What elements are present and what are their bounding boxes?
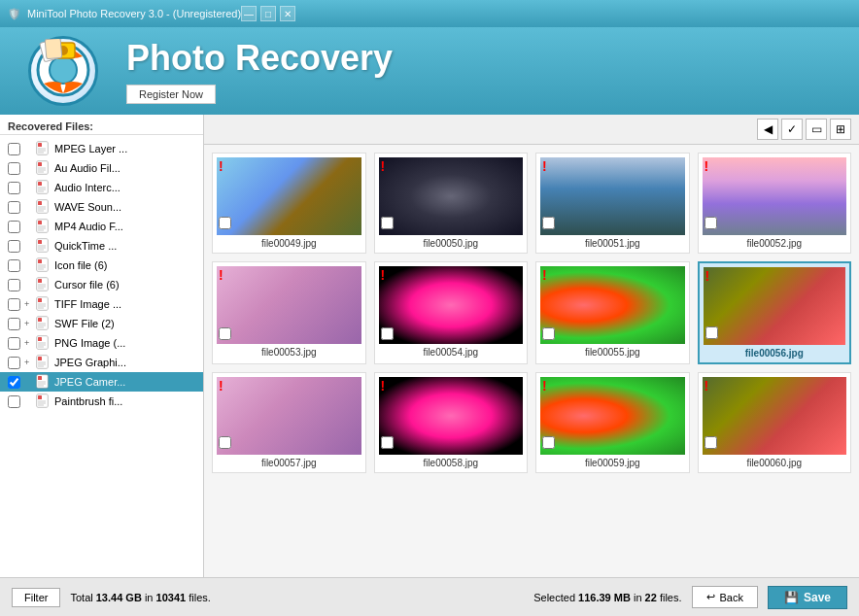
thumbnail-file00058[interactable]: !file00058.jpg — [374, 372, 529, 473]
status-text: Total 13.44 GB in 10341 files. — [70, 592, 524, 603]
file-type-icon-jpeg-graphi — [36, 355, 52, 370]
app-title: Photo Recovery — [126, 38, 840, 79]
thumbnail-label-file00055: file00055.jpg — [540, 347, 685, 358]
thumbnail-checkbox-file00053[interactable] — [219, 327, 231, 340]
files-label: files. — [189, 592, 211, 603]
expand-icon-tiff-image[interactable]: + — [24, 299, 36, 309]
thumbnail-file00052[interactable]: !file00052.jpg — [698, 153, 852, 254]
filter-button[interactable]: Filter — [12, 588, 60, 607]
expand-icon-swf-file[interactable]: + — [24, 319, 36, 328]
sidebar-item-swf-file[interactable]: + SWF File (2) — [0, 314, 203, 333]
expand-icon-png-image[interactable]: + — [24, 338, 36, 348]
thumbnail-image-file00059 — [540, 377, 685, 455]
thumbnail-checkbox-file00059[interactable] — [542, 436, 555, 449]
sidebar-item-checkbox-jpeg-graphi[interactable] — [8, 357, 20, 369]
close-button[interactable]: ✕ — [280, 6, 295, 21]
thumbnail-file00054[interactable]: !file00054.jpg — [374, 261, 529, 364]
sidebar-item-checkbox-icon-file[interactable] — [8, 259, 20, 272]
sidebar-item-label-quicktime: QuickTime ... — [54, 240, 117, 252]
thumbnail-file00049[interactable]: !file00049.jpg — [212, 153, 366, 254]
sidebar-item-icon-file[interactable]: Icon file (6) — [0, 256, 203, 275]
sidebar-item-checkbox-mp4-audio[interactable] — [8, 221, 20, 233]
sidebar-item-label-wave: WAVE Soun... — [54, 201, 121, 213]
error-badge-file00057: ! — [219, 379, 223, 393]
sidebar-item-wave[interactable]: WAVE Soun... — [0, 197, 203, 217]
error-badge-file00051: ! — [542, 159, 547, 173]
thumbnail-file00059[interactable]: !file00059.jpg — [535, 372, 690, 473]
back-view-button[interactable]: ◀ — [757, 119, 778, 140]
sidebar-item-checkbox-png-image[interactable] — [8, 337, 20, 350]
sidebar-item-quicktime[interactable]: QuickTime ... — [0, 236, 203, 256]
selected-files-label: files. — [660, 592, 682, 603]
thumbnail-file00060[interactable]: !file00060.jpg — [698, 372, 852, 473]
svg-rect-6 — [45, 39, 62, 59]
thumbnail-checkbox-file00055[interactable] — [542, 327, 555, 340]
thumbnail-file00057[interactable]: !file00057.jpg — [212, 372, 366, 473]
sidebar-item-checkbox-jpeg-camera[interactable] — [8, 376, 20, 389]
thumbnail-checkbox-file00049[interactable] — [219, 217, 231, 229]
save-button[interactable]: 💾 Save — [768, 586, 847, 609]
sidebar-item-checkbox-cursor-file[interactable] — [8, 279, 20, 291]
thumbnail-label-file00058: file00058.jpg — [379, 458, 524, 468]
thumbnail-image-file00060 — [703, 377, 847, 455]
error-badge-file00052: ! — [704, 159, 709, 173]
thumbnail-image-file00054 — [379, 266, 524, 344]
thumbnail-file00050[interactable]: !file00050.jpg — [374, 153, 529, 254]
thumbnail-checkbox-file00057[interactable] — [219, 436, 231, 449]
thumbnail-checkbox-file00051[interactable] — [542, 217, 555, 229]
thumbnail-checkbox-file00054[interactable] — [381, 327, 394, 340]
sidebar-item-checkbox-swf-file[interactable] — [8, 318, 20, 330]
thumbnail-file00055[interactable]: !file00055.jpg — [535, 261, 690, 364]
sidebar-item-paintbrush[interactable]: Paintbrush fi... — [0, 392, 203, 411]
error-badge-file00060: ! — [704, 379, 709, 393]
sidebar-item-label-jpeg-camera: JPEG Camer... — [54, 376, 125, 388]
sidebar-item-mpeg[interactable]: MPEG Layer ... — [0, 139, 203, 158]
register-button[interactable]: Register Now — [126, 85, 216, 104]
sidebar-item-mp4-audio[interactable]: MP4 Audio F... — [0, 217, 203, 236]
expand-icon-jpeg-graphi[interactable]: + — [24, 358, 36, 367]
thumbnail-label-file00051: file00051.jpg — [540, 238, 685, 249]
main-area: Recovered Files: MPEG Layer ... Au Audio… — [0, 115, 859, 577]
thumbnail-checkbox-file00050[interactable] — [381, 217, 394, 229]
sidebar-item-checkbox-tiff-image[interactable] — [8, 298, 20, 311]
svg-rect-39 — [38, 240, 42, 244]
grid-view-button[interactable]: ⊞ — [830, 119, 851, 140]
sidebar-item-jpeg-camera[interactable]: JPEG Camer... — [0, 372, 203, 392]
thumbnail-file00056[interactable]: !file00056.jpg — [698, 261, 852, 364]
back-arrow-icon: ↩ — [706, 591, 715, 603]
sidebar-item-checkbox-au-audio[interactable] — [8, 162, 20, 175]
sidebar-item-cursor-file[interactable]: Cursor file (6) — [0, 275, 203, 294]
thumbnail-image-file00058 — [379, 377, 524, 455]
svg-rect-51 — [38, 279, 42, 283]
sidebar-item-checkbox-mpeg[interactable] — [8, 143, 20, 155]
titlebar-controls: — □ ✕ — [241, 6, 295, 21]
sidebar-item-png-image[interactable]: + PNG Image (... — [0, 333, 203, 353]
minimize-button[interactable]: — — [241, 6, 257, 21]
sidebar-item-label-png-image: PNG Image (... — [54, 337, 125, 349]
svg-rect-9 — [38, 143, 42, 147]
svg-rect-45 — [38, 259, 42, 263]
thumbnail-label-file00050: file00050.jpg — [379, 238, 524, 249]
total-label: Total — [70, 592, 95, 603]
sidebar-item-jpeg-graphi[interactable]: + JPEG Graphi... — [0, 353, 203, 372]
sidebar-item-audio-interc[interactable]: Audio Interc... — [0, 178, 203, 197]
check-view-button[interactable]: ✓ — [781, 119, 803, 140]
sidebar-item-checkbox-quicktime[interactable] — [8, 240, 20, 253]
thumbnail-checkbox-file00058[interactable] — [381, 436, 394, 449]
sidebar-item-checkbox-audio-interc[interactable] — [8, 182, 20, 194]
thumbnail-file00053[interactable]: !file00053.jpg — [212, 261, 366, 364]
single-view-button[interactable]: ▭ — [806, 119, 827, 140]
sidebar-item-tiff-image[interactable]: + TIFF Image ... — [0, 294, 203, 314]
sidebar-item-au-audio[interactable]: Au Audio Fil... — [0, 158, 203, 178]
thumbnail-checkbox-file00056[interactable] — [705, 326, 718, 339]
thumbnail-checkbox-file00060[interactable] — [704, 436, 717, 449]
thumbnail-label-file00053: file00053.jpg — [217, 347, 361, 358]
maximize-button[interactable]: □ — [260, 6, 276, 21]
thumbnail-file00051[interactable]: !file00051.jpg — [535, 153, 690, 254]
sidebar-item-checkbox-wave[interactable] — [8, 201, 20, 214]
back-button[interactable]: ↩ Back — [692, 586, 758, 608]
error-badge-file00049: ! — [219, 159, 223, 173]
thumbnail-checkbox-file00052[interactable] — [704, 217, 717, 229]
sidebar-item-checkbox-paintbrush[interactable] — [8, 395, 20, 408]
sidebar: MPEG Layer ... Au Audio Fil... Audio Int… — [0, 135, 204, 415]
